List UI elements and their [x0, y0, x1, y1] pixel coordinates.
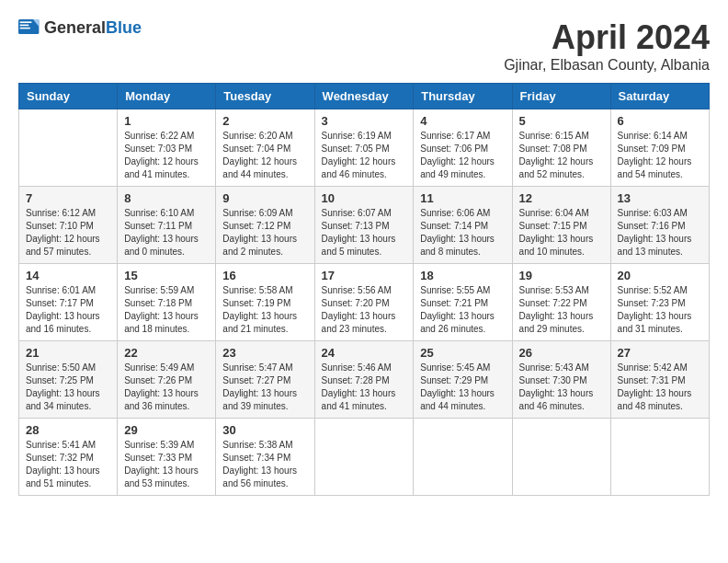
- day-number: 27: [618, 346, 702, 360]
- day-info: Sunrise: 5:55 AM Sunset: 7:21 PM Dayligh…: [420, 284, 505, 336]
- logo-blue: Blue: [106, 18, 142, 37]
- week-row-1: 1Sunrise: 6:22 AM Sunset: 7:03 PM Daylig…: [19, 109, 710, 187]
- calendar-cell: [512, 419, 610, 496]
- day-info: Sunrise: 6:01 AM Sunset: 7:17 PM Dayligh…: [26, 284, 110, 336]
- day-info: Sunrise: 6:04 AM Sunset: 7:15 PM Dayligh…: [519, 207, 604, 259]
- day-number: 14: [26, 269, 110, 282]
- calendar-cell: 30Sunrise: 5:38 AM Sunset: 7:34 PM Dayli…: [216, 419, 314, 496]
- calendar-cell: 27Sunrise: 5:42 AM Sunset: 7:31 PM Dayli…: [610, 341, 709, 419]
- calendar-cell: 22Sunrise: 5:49 AM Sunset: 7:26 PM Dayli…: [118, 341, 216, 419]
- calendar-cell: [610, 419, 709, 496]
- calendar-cell: 8Sunrise: 6:10 AM Sunset: 7:11 PM Daylig…: [118, 187, 216, 264]
- calendar-cell: 2Sunrise: 6:20 AM Sunset: 7:04 PM Daylig…: [216, 109, 314, 187]
- calendar-cell: 26Sunrise: 5:43 AM Sunset: 7:30 PM Dayli…: [512, 341, 610, 419]
- day-info: Sunrise: 6:19 AM Sunset: 7:05 PM Dayligh…: [322, 130, 407, 181]
- day-info: Sunrise: 5:41 AM Sunset: 7:32 PM Dayligh…: [26, 439, 110, 490]
- day-info: Sunrise: 5:52 AM Sunset: 7:23 PM Dayligh…: [618, 284, 702, 336]
- calendar-cell: [19, 109, 118, 187]
- calendar-cell: 3Sunrise: 6:19 AM Sunset: 7:05 PM Daylig…: [314, 109, 414, 187]
- day-info: Sunrise: 5:56 AM Sunset: 7:20 PM Dayligh…: [322, 284, 407, 336]
- day-info: Sunrise: 6:09 AM Sunset: 7:12 PM Dayligh…: [222, 207, 307, 259]
- day-info: Sunrise: 6:03 AM Sunset: 7:16 PM Dayligh…: [618, 207, 702, 259]
- day-info: Sunrise: 6:10 AM Sunset: 7:11 PM Dayligh…: [124, 207, 209, 259]
- weekday-header-row: SundayMondayTuesdayWednesdayThursdayFrid…: [19, 84, 710, 109]
- day-info: Sunrise: 6:22 AM Sunset: 7:03 PM Dayligh…: [124, 130, 209, 181]
- weekday-header-saturday: Saturday: [610, 84, 709, 109]
- day-info: Sunrise: 5:46 AM Sunset: 7:28 PM Dayligh…: [322, 362, 407, 413]
- svg-rect-2: [20, 21, 32, 23]
- day-number: 21: [26, 346, 110, 360]
- day-number: 4: [420, 114, 505, 128]
- day-number: 7: [26, 191, 110, 205]
- day-info: Sunrise: 5:39 AM Sunset: 7:33 PM Dayligh…: [124, 439, 209, 490]
- day-number: 9: [222, 191, 307, 205]
- calendar-cell: 23Sunrise: 5:47 AM Sunset: 7:27 PM Dayli…: [216, 341, 314, 419]
- day-info: Sunrise: 6:06 AM Sunset: 7:14 PM Dayligh…: [420, 207, 505, 259]
- calendar-cell: 7Sunrise: 6:12 AM Sunset: 7:10 PM Daylig…: [19, 187, 118, 264]
- weekday-header-sunday: Sunday: [19, 84, 118, 109]
- calendar-cell: 29Sunrise: 5:39 AM Sunset: 7:33 PM Dayli…: [118, 419, 216, 496]
- day-number: 8: [124, 191, 209, 205]
- day-number: 3: [322, 114, 407, 128]
- day-number: 23: [222, 346, 307, 360]
- day-info: Sunrise: 6:15 AM Sunset: 7:08 PM Dayligh…: [519, 130, 604, 181]
- calendar-cell: 18Sunrise: 5:55 AM Sunset: 7:21 PM Dayli…: [414, 264, 512, 341]
- header: GeneralBlue April 2024 Gjinar, Elbasan C…: [18, 18, 710, 74]
- calendar-cell: 16Sunrise: 5:58 AM Sunset: 7:19 PM Dayli…: [216, 264, 314, 341]
- calendar-table: SundayMondayTuesdayWednesdayThursdayFrid…: [18, 83, 710, 496]
- calendar-cell: [414, 419, 512, 496]
- calendar-cell: 11Sunrise: 6:06 AM Sunset: 7:14 PM Dayli…: [414, 187, 512, 264]
- day-info: Sunrise: 5:49 AM Sunset: 7:26 PM Dayligh…: [124, 362, 209, 413]
- calendar-cell: 20Sunrise: 5:52 AM Sunset: 7:23 PM Dayli…: [610, 264, 709, 341]
- day-info: Sunrise: 5:58 AM Sunset: 7:19 PM Dayligh…: [222, 284, 307, 336]
- day-info: Sunrise: 5:53 AM Sunset: 7:22 PM Dayligh…: [519, 284, 604, 336]
- calendar-cell: 28Sunrise: 5:41 AM Sunset: 7:32 PM Dayli…: [19, 419, 118, 496]
- day-number: 19: [519, 269, 604, 282]
- day-number: 6: [618, 114, 702, 128]
- calendar-cell: 9Sunrise: 6:09 AM Sunset: 7:12 PM Daylig…: [216, 187, 314, 264]
- day-info: Sunrise: 6:12 AM Sunset: 7:10 PM Dayligh…: [26, 207, 110, 259]
- weekday-header-friday: Friday: [512, 84, 610, 109]
- calendar-cell: 24Sunrise: 5:46 AM Sunset: 7:28 PM Dayli…: [314, 341, 414, 419]
- calendar-cell: 14Sunrise: 6:01 AM Sunset: 7:17 PM Dayli…: [19, 264, 118, 341]
- day-number: 10: [322, 191, 407, 205]
- month-title: April 2024: [504, 18, 710, 57]
- day-number: 26: [519, 346, 604, 360]
- svg-rect-3: [20, 24, 29, 26]
- calendar-cell: 12Sunrise: 6:04 AM Sunset: 7:15 PM Dayli…: [512, 187, 610, 264]
- day-number: 16: [222, 269, 307, 282]
- calendar-cell: 21Sunrise: 5:50 AM Sunset: 7:25 PM Dayli…: [19, 341, 118, 419]
- calendar-cell: 1Sunrise: 6:22 AM Sunset: 7:03 PM Daylig…: [118, 109, 216, 187]
- logo-icon: [18, 19, 40, 38]
- calendar-cell: 13Sunrise: 6:03 AM Sunset: 7:16 PM Dayli…: [610, 187, 709, 264]
- day-info: Sunrise: 5:43 AM Sunset: 7:30 PM Dayligh…: [519, 362, 604, 413]
- day-number: 13: [618, 191, 702, 205]
- day-info: Sunrise: 6:17 AM Sunset: 7:06 PM Dayligh…: [420, 130, 505, 181]
- day-number: 30: [222, 423, 307, 437]
- weekday-header-monday: Monday: [118, 84, 216, 109]
- day-info: Sunrise: 5:47 AM Sunset: 7:27 PM Dayligh…: [222, 362, 307, 413]
- day-number: 29: [124, 423, 209, 437]
- day-number: 28: [26, 423, 110, 437]
- week-row-5: 28Sunrise: 5:41 AM Sunset: 7:32 PM Dayli…: [19, 419, 710, 496]
- weekday-header-thursday: Thursday: [414, 84, 512, 109]
- calendar-cell: 10Sunrise: 6:07 AM Sunset: 7:13 PM Dayli…: [314, 187, 414, 264]
- day-number: 25: [420, 346, 505, 360]
- day-info: Sunrise: 5:45 AM Sunset: 7:29 PM Dayligh…: [420, 362, 505, 413]
- calendar-cell: [314, 419, 414, 496]
- day-info: Sunrise: 5:42 AM Sunset: 7:31 PM Dayligh…: [618, 362, 702, 413]
- title-area: April 2024 Gjinar, Elbasan County, Alban…: [504, 18, 710, 74]
- calendar-cell: 17Sunrise: 5:56 AM Sunset: 7:20 PM Dayli…: [314, 264, 414, 341]
- calendar-cell: 6Sunrise: 6:14 AM Sunset: 7:09 PM Daylig…: [610, 109, 709, 187]
- calendar-cell: 5Sunrise: 6:15 AM Sunset: 7:08 PM Daylig…: [512, 109, 610, 187]
- logo: GeneralBlue: [18, 18, 142, 38]
- calendar-cell: 15Sunrise: 5:59 AM Sunset: 7:18 PM Dayli…: [118, 264, 216, 341]
- day-info: Sunrise: 6:14 AM Sunset: 7:09 PM Dayligh…: [618, 130, 702, 181]
- calendar-cell: 4Sunrise: 6:17 AM Sunset: 7:06 PM Daylig…: [414, 109, 512, 187]
- day-number: 12: [519, 191, 604, 205]
- day-number: 18: [420, 269, 505, 282]
- day-number: 22: [124, 346, 209, 360]
- day-number: 24: [322, 346, 407, 360]
- day-number: 20: [618, 269, 702, 282]
- svg-rect-4: [20, 27, 30, 29]
